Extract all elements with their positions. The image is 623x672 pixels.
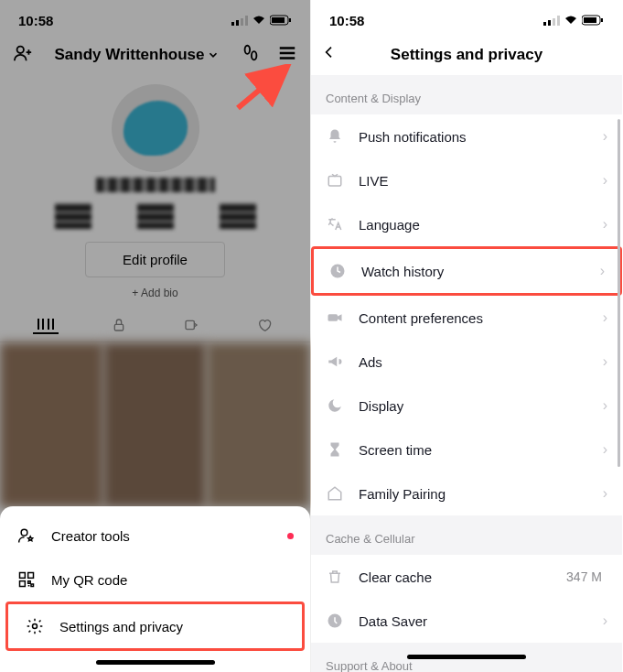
add-bio-button[interactable]: + Add bio (0, 287, 310, 299)
tab-liked-icon[interactable] (252, 316, 277, 334)
chevron-right-icon: › (603, 309, 607, 326)
svg-rect-17 (20, 581, 26, 587)
svg-point-7 (17, 47, 24, 53)
footsteps-icon[interactable] (241, 43, 261, 67)
home-indicator (96, 660, 215, 665)
sheet-creator-tools[interactable]: Creator tools (0, 514, 310, 558)
svg-rect-6 (289, 18, 291, 22)
svg-rect-10 (114, 324, 123, 331)
svg-rect-11 (186, 320, 194, 329)
svg-rect-22 (557, 16, 560, 26)
status-indicators (543, 15, 604, 26)
home-icon (326, 485, 344, 502)
svg-rect-16 (28, 573, 34, 579)
status-time: 10:58 (329, 13, 364, 28)
settings-clear-cache[interactable]: Clear cache 347 M (311, 555, 622, 599)
svg-rect-19 (543, 22, 546, 26)
svg-rect-2 (241, 18, 243, 26)
settings-watch-history[interactable]: Watch history › (311, 246, 622, 296)
tab-repost-icon[interactable] (178, 316, 204, 334)
home-indicator (407, 655, 526, 659)
sheet-settings-privacy[interactable]: Settings and privacy (5, 602, 305, 651)
megaphone-icon (326, 353, 344, 370)
tab-lock-icon[interactable] (106, 316, 132, 334)
sheet-item-label: Settings and privacy (59, 619, 183, 634)
hourglass-icon (326, 441, 344, 458)
chevron-right-icon: › (603, 485, 607, 502)
hamburger-menu-icon[interactable] (277, 43, 297, 67)
profile-name-dropdown[interactable]: Sandy Writtenhouse (54, 46, 219, 64)
svg-rect-21 (553, 18, 555, 26)
svg-rect-3 (245, 16, 248, 26)
video-icon (326, 309, 344, 326)
settings-ads[interactable]: Ads › (311, 340, 622, 384)
clock-icon (328, 263, 347, 279)
section-cache-cellular: Cache & Cellular (311, 515, 622, 555)
gear-icon (25, 617, 45, 635)
cache-size: 347 M (566, 569, 602, 584)
svg-rect-20 (548, 20, 551, 26)
chevron-right-icon: › (603, 172, 607, 189)
add-friend-icon[interactable] (13, 43, 33, 67)
bell-icon (326, 128, 344, 145)
settings-push-notifications[interactable]: Push notifications › (311, 114, 622, 158)
settings-data-saver[interactable]: Data Saver › (311, 599, 622, 643)
person-star-icon (16, 526, 37, 545)
svg-point-8 (245, 46, 251, 54)
avatar[interactable] (112, 84, 199, 172)
username (96, 178, 215, 192)
sheet-qr-code[interactable]: My QR code (0, 558, 310, 602)
chevron-right-icon: › (603, 441, 607, 458)
status-indicators (231, 15, 292, 26)
section-content-display: Content & Display (311, 75, 622, 114)
svg-point-14 (21, 529, 27, 536)
live-icon (326, 172, 344, 189)
settings-family-pairing[interactable]: Family Pairing › (311, 471, 622, 515)
svg-point-18 (33, 624, 38, 629)
svg-rect-5 (272, 17, 285, 23)
svg-point-9 (252, 51, 257, 60)
chevron-right-icon: › (603, 353, 607, 370)
trash-icon (326, 569, 344, 585)
settings-screen-time[interactable]: Screen time › (311, 428, 622, 471)
sheet-item-label: Creator tools (51, 528, 130, 544)
page-title: Settings and privacy (391, 46, 542, 64)
profile-stats (0, 203, 310, 229)
svg-rect-1 (236, 20, 239, 26)
notification-dot (287, 533, 294, 539)
svg-rect-28 (328, 314, 338, 321)
chevron-right-icon: › (603, 397, 607, 414)
svg-line-13 (238, 70, 284, 108)
status-time: 10:58 (18, 13, 53, 28)
settings-language[interactable]: Language › (311, 202, 622, 246)
back-button[interactable] (322, 43, 337, 67)
chevron-right-icon: › (603, 128, 607, 145)
data-icon (326, 612, 344, 629)
svg-rect-24 (584, 17, 596, 23)
moon-icon (326, 397, 344, 414)
language-icon (326, 216, 344, 233)
edit-profile-button[interactable]: Edit profile (85, 242, 225, 277)
svg-rect-0 (231, 22, 234, 26)
tab-grid-icon[interactable] (33, 316, 59, 334)
chevron-right-icon: › (603, 216, 607, 233)
settings-live[interactable]: LIVE › (311, 158, 622, 202)
video-grid[interactable] (0, 342, 310, 507)
settings-content-preferences[interactable]: Content preferences › (311, 296, 622, 340)
chevron-right-icon: › (600, 263, 605, 279)
bottom-sheet: Creator tools My QR code Settings and pr… (0, 506, 310, 672)
sheet-item-label: My QR code (51, 572, 127, 588)
svg-rect-26 (328, 177, 341, 187)
svg-rect-25 (601, 18, 603, 22)
chevron-right-icon: › (603, 612, 607, 629)
settings-display[interactable]: Display › (311, 384, 622, 428)
svg-rect-15 (20, 573, 26, 579)
scroll-indicator (618, 119, 620, 467)
qr-icon (16, 570, 37, 589)
